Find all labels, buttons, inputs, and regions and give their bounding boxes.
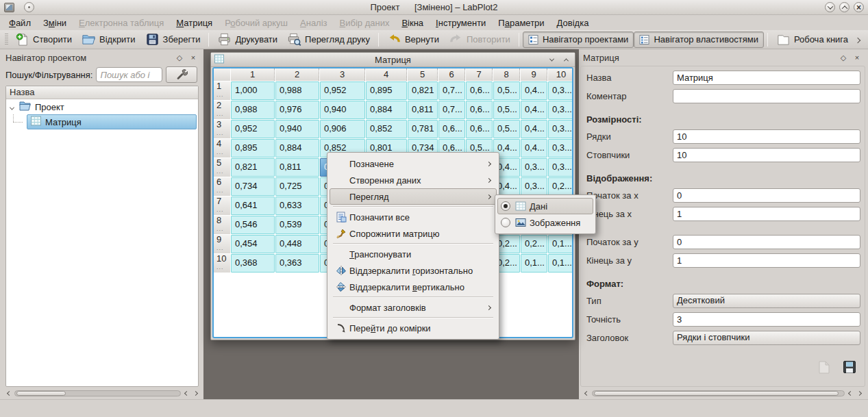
context-menu-item[interactable]: Спорожнити матрицю	[330, 225, 497, 242]
matrix-row-header[interactable]: 3...	[214, 120, 230, 138]
matrix-cell[interactable]: 0,363	[275, 254, 319, 273]
matrix-cell[interactable]: 0,3...	[548, 158, 573, 177]
rows-field[interactable]	[673, 129, 860, 144]
columns-field[interactable]	[673, 148, 860, 162]
dock-close-icon[interactable]: ×	[188, 52, 199, 63]
open-button[interactable]: Відкрити	[77, 31, 140, 48]
matrix-cell[interactable]: 0,852	[366, 120, 407, 138]
menubar-item[interactable]: Інструменти	[430, 16, 492, 29]
matrix-row-header[interactable]: 2...	[214, 101, 230, 119]
matrix-cell[interactable]: 0,1...	[548, 235, 573, 253]
menubar-item[interactable]: Вікна	[395, 16, 430, 29]
context-menu-item[interactable]: Віддзеркалити вертикально	[330, 279, 497, 295]
matrix-row-header[interactable]: 9...	[214, 235, 230, 253]
tree-item-matrix[interactable]: Матриця	[6, 114, 198, 129]
new-workbook-button[interactable]: Робоча книга	[771, 31, 853, 48]
matrix-cell[interactable]: 0,821	[231, 158, 275, 177]
matrix-column-header[interactable]: 5	[408, 68, 438, 81]
matrix-cell[interactable]: 0,4...	[521, 81, 547, 100]
expander-icon[interactable]	[10, 102, 14, 112]
subwindow-shade-button[interactable]	[547, 55, 557, 65]
context-menu-item[interactable]: Позначити все	[330, 209, 497, 225]
matrix-cell[interactable]: 0,884	[275, 139, 319, 157]
context-menu-item[interactable]: Перегляд	[330, 188, 497, 205]
xend-field[interactable]	[673, 207, 860, 221]
dock-close-icon[interactable]: ×	[852, 52, 863, 63]
matrix-cell[interactable]: 0,725	[275, 177, 319, 196]
matrix-cell[interactable]: 0,884	[366, 101, 407, 119]
matrix-cell[interactable]: 0,448	[275, 235, 319, 253]
matrix-column-header[interactable]: 1	[231, 68, 275, 81]
matrix-cell[interactable]: 0,3...	[548, 120, 573, 138]
menubar-item[interactable]: Зміни	[37, 16, 73, 29]
matrix-cell[interactable]: 0,988	[275, 81, 319, 100]
matrix-cell[interactable]: 0,940	[275, 120, 319, 138]
comment-field[interactable]	[673, 89, 860, 103]
matrix-row-header[interactable]: 4...	[214, 139, 230, 157]
matrix-cell[interactable]: 0,2...	[548, 177, 573, 196]
matrix-row-header[interactable]: 8...	[214, 216, 230, 234]
matrix-row-header[interactable]: 5...	[214, 158, 230, 177]
view-submenu-item[interactable]: Дані	[497, 198, 593, 214]
matrix-cell[interactable]: 0,3...	[521, 177, 547, 196]
menubar-item[interactable]: Параметри	[492, 16, 550, 29]
context-menu-item[interactable]: Позначене	[330, 155, 497, 172]
matrix-row-header[interactable]: 7...	[214, 197, 230, 215]
matrix-column-header[interactable]: 8	[493, 68, 520, 81]
dock-float-icon[interactable]: ◇	[174, 52, 185, 63]
menubar-item[interactable]: Довідка	[551, 16, 595, 29]
maximize-button[interactable]	[839, 2, 850, 12]
matrix-cell[interactable]: 0,368	[231, 254, 275, 273]
matrix-column-header[interactable]: 2	[275, 68, 319, 81]
search-input[interactable]	[96, 67, 162, 82]
ystart-field[interactable]	[673, 235, 860, 249]
subwindow-restore-button[interactable]	[561, 55, 571, 65]
matrix-cell[interactable]: 0,4...	[521, 139, 547, 157]
matrix-cell[interactable]: 0,6...	[466, 101, 493, 119]
matrix-cell[interactable]: 0,952	[320, 81, 365, 100]
matrix-cell[interactable]: 0,895	[366, 81, 407, 100]
matrix-cell[interactable]: 0,3...	[548, 101, 573, 119]
save-template-button[interactable]	[840, 359, 859, 377]
matrix-cell[interactable]: 0,454	[231, 235, 275, 253]
tree-column-header[interactable]: Назва	[6, 86, 198, 99]
close-button[interactable]: ×	[854, 2, 864, 12]
matrix-column-header[interactable]: 10	[548, 68, 573, 81]
type-combobox[interactable]: Десятковий	[673, 294, 860, 308]
yend-field[interactable]	[673, 253, 860, 268]
matrix-cell[interactable]: 0,6...	[466, 120, 493, 138]
scroll-left-icon[interactable]	[183, 392, 190, 395]
matrix-cell[interactable]: 0,976	[275, 101, 319, 119]
matrix-cell[interactable]: 0,5...	[493, 101, 520, 119]
matrix-column-header[interactable]: 4	[366, 68, 407, 81]
print-button[interactable]: Друкувати	[212, 31, 282, 48]
matrix-cell[interactable]: 0,7...	[438, 101, 465, 119]
toolbar-overflow-button[interactable]	[856, 34, 860, 45]
context-menu-item[interactable]: Формат заголовків	[330, 299, 497, 316]
scroll-left-icon[interactable]	[847, 392, 854, 395]
project-explorer-hscrollbar[interactable]	[5, 389, 199, 398]
matrix-cell[interactable]: 0,811	[408, 101, 438, 119]
matrix-cell[interactable]: 0,781	[408, 120, 438, 138]
matrix-corner-cell[interactable]	[214, 68, 230, 81]
matrix-column-header[interactable]: 9	[521, 68, 547, 81]
view-submenu-item[interactable]: Зображення	[497, 214, 593, 231]
matrix-row-header[interactable]: 6...	[214, 177, 230, 196]
matrix-column-header[interactable]: 6	[438, 68, 465, 81]
properties-hscrollbar[interactable]	[583, 389, 863, 398]
matrix-cell[interactable]: 0,3...	[548, 81, 573, 100]
matrix-cell[interactable]: 0,1...	[548, 254, 573, 273]
matrix-cell[interactable]: 0,4...	[521, 101, 547, 119]
menubar-item[interactable]: Матриця	[170, 16, 219, 29]
print-preview-button[interactable]: Перегляд друку	[282, 31, 375, 48]
matrix-cell[interactable]: 1,000	[231, 81, 275, 100]
header-format-combobox[interactable]: Рядки і стовпчики	[673, 331, 860, 345]
matrix-cell[interactable]: 0,1...	[521, 254, 547, 273]
minimize-button[interactable]	[825, 2, 835, 12]
matrix-subwindow-titlebar[interactable]: Матриця	[211, 53, 575, 67]
search-options-button[interactable]	[166, 66, 197, 83]
precision-field[interactable]	[673, 312, 860, 327]
matrix-cell[interactable]: 0,6...	[438, 120, 465, 138]
matrix-cell[interactable]: 0,734	[231, 177, 275, 196]
dock-float-icon[interactable]: ◇	[838, 52, 849, 63]
